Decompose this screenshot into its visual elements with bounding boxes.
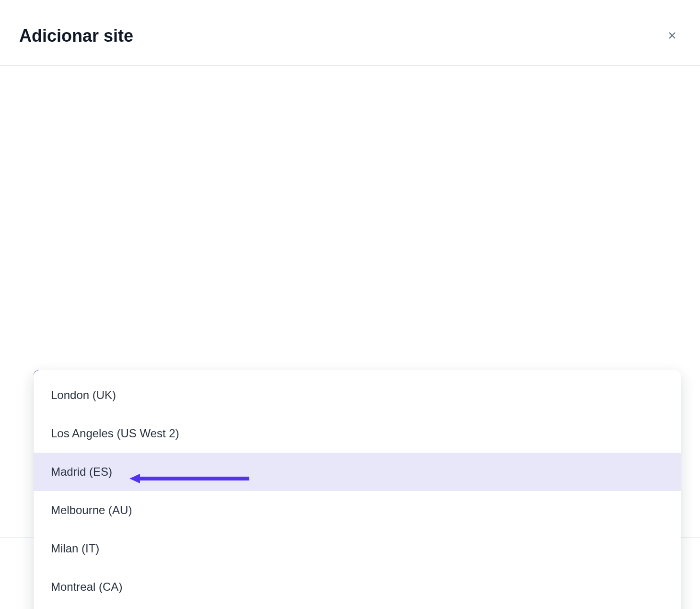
datacenter-option[interactable]: Mumbai (IN)	[34, 606, 681, 609]
modal-header: Adicionar site	[0, 0, 700, 66]
modal-content: London (UK)Los Angeles (US West 2)Madrid…	[0, 370, 700, 492]
datacenter-dropdown-panel: London (UK)Los Angeles (US West 2)Madrid…	[34, 370, 681, 609]
datacenter-option[interactable]: Madrid (ES)	[34, 453, 681, 491]
close-button[interactable]	[664, 27, 681, 46]
modal-title: Adicionar site	[19, 26, 133, 46]
datacenter-option[interactable]: Los Angeles (US West 2)	[34, 414, 681, 453]
datacenter-option[interactable]: London (UK)	[34, 376, 681, 414]
datacenter-option[interactable]: Melbourne (AU)	[34, 491, 681, 529]
datacenter-option[interactable]: Milan (IT)	[34, 529, 681, 568]
close-icon	[666, 30, 678, 43]
datacenter-option[interactable]: Montreal (CA)	[34, 568, 681, 606]
